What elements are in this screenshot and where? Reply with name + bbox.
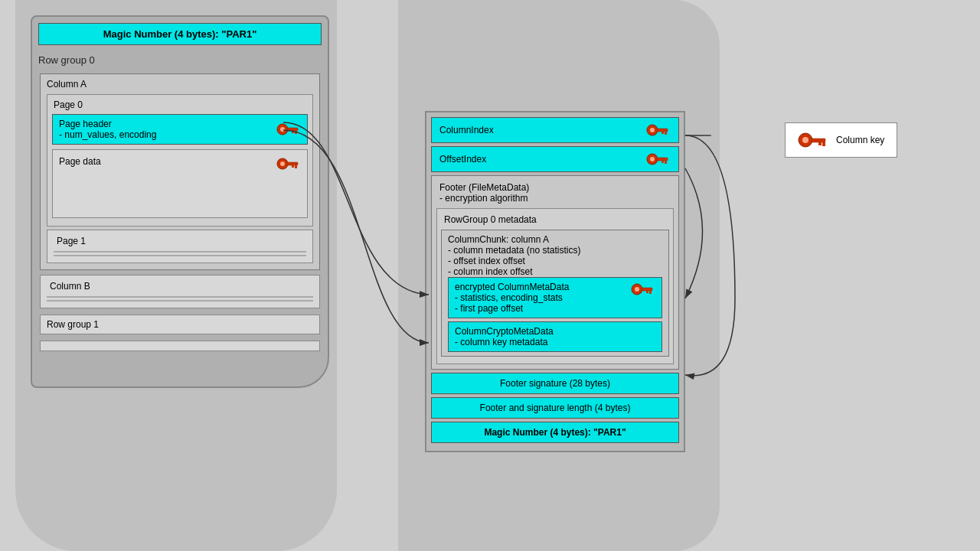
right-panel: ColumnIndex OffsetIndex: [425, 111, 685, 452]
svg-point-6: [280, 161, 285, 166]
page-data-key-icon: [276, 156, 301, 171]
left-panel: Magic Number (4 bytes): "PAR1" Row group…: [31, 15, 329, 388]
footer-length-box: Footer and signature length (4 bytes): [431, 397, 679, 419]
magic-number-top: Magic Number (4 bytes): "PAR1": [38, 23, 322, 45]
svg-rect-2: [287, 128, 298, 131]
row-group-1-box: Row group 1: [40, 315, 320, 334]
svg-point-26: [802, 137, 808, 143]
svg-point-21: [635, 287, 639, 292]
svg-rect-7: [287, 162, 298, 165]
legend-label: Column key: [836, 135, 884, 145]
svg-rect-3: [295, 131, 297, 134]
svg-rect-22: [642, 288, 652, 291]
svg-rect-12: [657, 129, 668, 132]
magic-number-bottom: Magic Number (4 bytes): "PAR1": [431, 422, 679, 443]
column-b-lines: [47, 296, 313, 302]
page-0-box: Page 0 Page header - num_values, encodin…: [47, 94, 313, 227]
row-group-1-label: Row group 1: [47, 319, 313, 330]
column-index-key-icon: [646, 122, 671, 138]
svg-rect-27: [812, 139, 825, 142]
column-index-label: ColumnIndex: [439, 125, 494, 135]
column-b-label: Column B: [47, 279, 313, 293]
svg-rect-24: [646, 291, 648, 293]
column-a-box: Column A Page 0 Page header - num_values…: [40, 73, 320, 270]
offset-index-label: OffsetIndex: [439, 154, 486, 165]
legend-box: Column key: [785, 122, 897, 158]
columnchunk-box: ColumnChunk: column A - column metadata …: [441, 230, 669, 357]
columnchunk-line2: - offset index offset: [448, 256, 662, 266]
svg-point-1: [280, 127, 285, 132]
encrypted-meta-key-icon: [631, 282, 655, 297]
svg-rect-23: [649, 291, 652, 294]
page-header-key-icon: [276, 122, 301, 137]
column-a-label: Column A: [44, 77, 316, 91]
footer-title: Footer (FileMetaData) - encryption algor…: [436, 181, 674, 205]
columnchunk-title: ColumnChunk: column A: [448, 234, 662, 245]
svg-rect-8: [295, 165, 297, 168]
row-group-0-label: Row group 0: [32, 51, 328, 69]
legend-key-icon: [798, 131, 828, 149]
svg-rect-29: [818, 142, 822, 145]
page-1-lines: [54, 251, 306, 256]
svg-rect-28: [822, 142, 825, 146]
columnchunk-line3: - column index offset: [448, 266, 662, 277]
svg-point-11: [650, 128, 655, 132]
page-header-box: Page header - num_values, encoding: [52, 114, 308, 145]
columnchunk-line1: - column metadata (no statistics): [448, 245, 662, 256]
page-1-label: Page 1: [54, 234, 306, 248]
encrypted-meta-box: encrypted ColumnMetaData - statistics, e…: [448, 277, 662, 318]
page-1-box: Page 1: [47, 230, 313, 263]
column-index-box: ColumnIndex: [431, 117, 679, 143]
rowgroup-meta-label: RowGroup 0 metadata: [441, 213, 669, 227]
column-b-box: Column B: [40, 275, 320, 308]
offset-index-key-icon: [646, 152, 671, 167]
svg-rect-19: [662, 161, 664, 163]
svg-rect-4: [292, 131, 294, 133]
page-data-box: Page data: [52, 149, 308, 218]
svg-rect-13: [665, 132, 667, 135]
page-0-label: Page 0: [51, 98, 309, 112]
footer-signature-box: Footer signature (28 bytes): [431, 373, 679, 394]
svg-rect-17: [657, 158, 668, 161]
rowgroup-meta-box: RowGroup 0 metadata ColumnChunk: column …: [436, 208, 674, 364]
page-header-text: Page header - num_values, encoding: [59, 119, 156, 140]
page-data-label: Page data: [59, 156, 101, 167]
svg-rect-9: [292, 165, 294, 168]
svg-rect-14: [662, 132, 664, 134]
svg-point-16: [650, 157, 655, 161]
footer-outer-box: Footer (FileMetaData) - encryption algor…: [431, 175, 679, 370]
crypto-meta-sub: - column key metadata: [455, 337, 655, 347]
svg-rect-18: [665, 161, 667, 164]
encrypted-meta-text: encrypted ColumnMetaData - statistics, e…: [455, 282, 569, 314]
bottom-line: [40, 341, 320, 351]
crypto-meta-title: ColumnCryptoMetaData: [455, 326, 655, 337]
crypto-meta-box: ColumnCryptoMetaData - column key metada…: [448, 321, 662, 352]
offset-index-box: OffsetIndex: [431, 146, 679, 172]
